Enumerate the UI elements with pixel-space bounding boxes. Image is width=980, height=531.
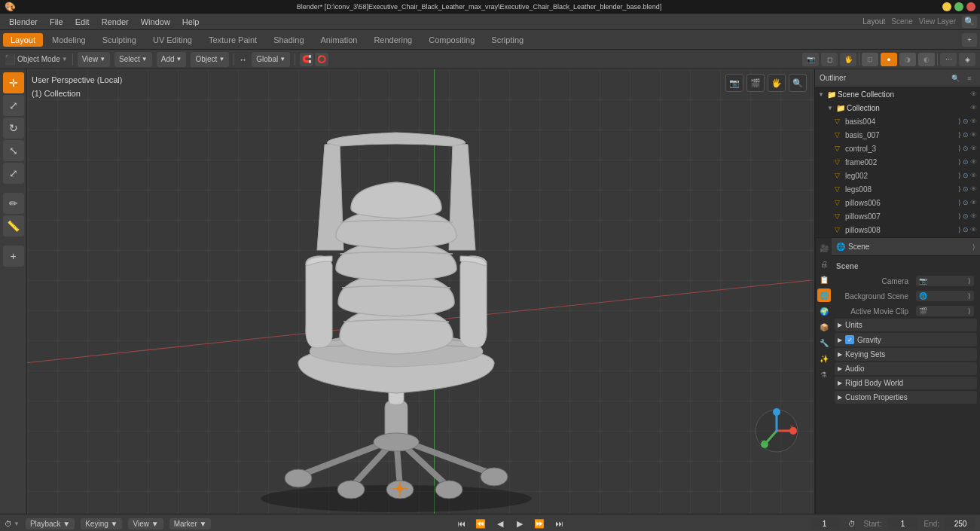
add-cube-tool[interactable]: +: [3, 246, 24, 267]
tab-uv-editing[interactable]: UV Editing: [145, 33, 200, 47]
outliner-row-basis004[interactable]: ▽ basis004 ⟩ ⊙ 👁: [815, 114, 980, 128]
outliner-row-control-3[interactable]: ▽ control_3 ⟩ ⊙ 👁: [815, 142, 980, 155]
timeline-marker-menu[interactable]: Marker ▼: [169, 518, 212, 529]
scene-properties-icon[interactable]: 🌐: [817, 288, 831, 302]
editor-type-menu[interactable]: ⬛ Object Mode ▼: [5, 54, 68, 65]
rigid-body-section-header[interactable]: ▶ Rigid Body World: [835, 377, 977, 389]
render-region-button[interactable]: ◻: [821, 53, 838, 66]
audio-section-header[interactable]: ▶ Audio: [835, 362, 977, 375]
outliner-filter-button[interactable]: 🔍: [949, 72, 961, 84]
transform-tool[interactable]: ⤢: [3, 163, 24, 184]
gravity-section-header[interactable]: ▶ ✓ Gravity: [835, 333, 977, 346]
object-properties-icon[interactable]: 📦: [817, 320, 831, 334]
move-tool[interactable]: ⤢: [3, 95, 24, 116]
end-frame-input[interactable]: [945, 517, 975, 529]
viewport-render-btn[interactable]: 🎬: [746, 74, 765, 92]
outliner-row-legs008[interactable]: ▽ legs008 ⟩ ⊙ 👁: [815, 182, 980, 196]
viewport-3d[interactable]: User Perspective (Local) (1) Collection …: [27, 69, 814, 514]
movie-clip-value[interactable]: 🎬 ⟩: [916, 306, 974, 316]
overlay-button[interactable]: ⋯: [940, 53, 957, 66]
measure-tool[interactable]: 📏: [3, 215, 24, 237]
camera-view-button[interactable]: 📷: [802, 53, 819, 66]
viewport-zoom-btn[interactable]: 🔍: [789, 74, 807, 92]
rotate-tool[interactable]: ↻: [3, 117, 24, 139]
outliner-row-pillows008[interactable]: ▽ pillows008 ⟩ ⊙ 👁: [815, 223, 980, 237]
next-keyframe-button[interactable]: ⏩: [533, 517, 546, 530]
proportional-edit-button[interactable]: ⭕: [315, 53, 328, 66]
timeline-playback-menu[interactable]: Playback ▼: [26, 518, 75, 529]
play-button[interactable]: ▶: [513, 517, 527, 530]
menu-render[interactable]: Render: [96, 16, 135, 28]
transform-gizmos-button[interactable]: 🖐: [840, 53, 856, 66]
fps-clock-icon[interactable]: ⏱: [846, 517, 858, 529]
tab-modeling[interactable]: Modeling: [44, 33, 93, 47]
xray-button[interactable]: ◈: [959, 53, 975, 66]
timeline-editor-type[interactable]: ⏱ ▼: [5, 520, 20, 528]
new-workspace-button[interactable]: +: [962, 33, 977, 47]
add-menu[interactable]: Add▼: [157, 52, 187, 67]
tab-rendering[interactable]: Rendering: [366, 33, 420, 47]
movie-clip-link-icon[interactable]: ⟩: [968, 307, 971, 315]
outliner-row-frame002[interactable]: ▽ frame002 ⟩ ⊙ 👁: [815, 155, 980, 169]
output-properties-icon[interactable]: 🖨: [817, 257, 831, 270]
timeline-keying-menu[interactable]: Keying ▼: [81, 518, 122, 529]
cursor-tool[interactable]: ✛: [3, 72, 24, 93]
mode-dropdown[interactable]: Object Mode: [17, 55, 60, 63]
tab-animation[interactable]: Animation: [313, 33, 365, 47]
outliner-row-pillows006[interactable]: ▽ pillows006 ⟩ ⊙ 👁: [815, 196, 980, 209]
maximize-button[interactable]: [954, 2, 963, 11]
current-frame-input[interactable]: [810, 517, 840, 529]
tab-sculpting[interactable]: Sculpting: [95, 33, 144, 47]
timeline-view-menu[interactable]: View ▼: [128, 518, 163, 529]
menu-blender[interactable]: Blender: [3, 16, 44, 28]
select-menu[interactable]: Select▼: [114, 52, 152, 67]
outliner-row-pillows007[interactable]: ▽ pillows007 ⟩ ⊙ 👁: [815, 209, 980, 223]
outliner-row-scene-collection[interactable]: ▼ 📁 Scene Collection 👁: [815, 87, 980, 101]
wire-shading-button[interactable]: ⊡: [862, 53, 878, 66]
transform-dropdown[interactable]: Global▼: [252, 52, 290, 67]
tab-compositing[interactable]: Compositing: [421, 33, 482, 47]
gravity-checkbox[interactable]: ✓: [845, 335, 854, 344]
camera-value[interactable]: 📷 ⟩: [916, 276, 974, 286]
modifier-properties-icon[interactable]: 🔧: [817, 336, 831, 349]
viewport-hand-btn[interactable]: 🖐: [768, 74, 786, 92]
start-frame-input[interactable]: [887, 517, 917, 529]
units-section-header[interactable]: ▶ Units: [835, 319, 977, 331]
camera-link-icon[interactable]: ⟩: [968, 277, 971, 285]
render-properties-icon[interactable]: 🎥: [817, 241, 831, 255]
bg-scene-link-icon[interactable]: ⟩: [968, 292, 971, 300]
tab-texture-paint[interactable]: Texture Paint: [201, 33, 264, 47]
outliner-row-basis-007[interactable]: ▽ basis_007 ⟩ ⊙ 👁: [815, 128, 980, 142]
menu-help[interactable]: Help: [176, 16, 206, 28]
bg-scene-value[interactable]: 🌐 ⟩: [916, 291, 974, 301]
outliner-row-collection[interactable]: ▼ 📁 Collection 👁: [815, 101, 980, 114]
annotate-tool[interactable]: ✏: [3, 193, 24, 214]
jump-start-button[interactable]: ⏮: [454, 517, 468, 530]
view-menu[interactable]: View▼: [78, 52, 110, 67]
tab-layout[interactable]: Layout: [3, 33, 43, 47]
keying-sets-section-header[interactable]: ▶ Keying Sets: [835, 348, 977, 361]
transform-icon[interactable]: ↔: [239, 55, 247, 64]
particles-properties-icon[interactable]: ✨: [817, 352, 831, 365]
window-controls[interactable]: [942, 2, 975, 11]
lookdev-shading-button[interactable]: ◑: [899, 53, 916, 66]
orbit-gizmo[interactable]: X Y Z: [754, 408, 799, 453]
scale-tool[interactable]: ⤡: [3, 140, 24, 161]
close-button[interactable]: [966, 2, 975, 11]
search-button[interactable]: 🔍: [962, 16, 977, 28]
magnet-button[interactable]: 🧲: [300, 53, 313, 66]
solid-shading-button[interactable]: ●: [881, 53, 897, 66]
outliner-options-button[interactable]: ≡: [963, 72, 975, 84]
menu-file[interactable]: File: [44, 16, 69, 28]
properties-options-button[interactable]: ⟩: [972, 243, 975, 251]
outliner-row-leg002[interactable]: ▽ leg002 ⟩ ⊙ 👁: [815, 169, 980, 182]
tab-shading[interactable]: Shading: [266, 33, 311, 47]
render-shading-button[interactable]: ◐: [918, 53, 935, 66]
menu-window[interactable]: Window: [135, 16, 176, 28]
prev-keyframe-button[interactable]: ⏪: [474, 517, 487, 530]
tab-scripting[interactable]: Scripting: [484, 33, 531, 47]
play-reverse-button[interactable]: ◀: [493, 517, 507, 530]
physics-properties-icon[interactable]: ⚗: [817, 368, 831, 381]
viewport-camera-btn[interactable]: 📷: [725, 74, 743, 92]
world-properties-icon[interactable]: 🌍: [817, 304, 831, 318]
